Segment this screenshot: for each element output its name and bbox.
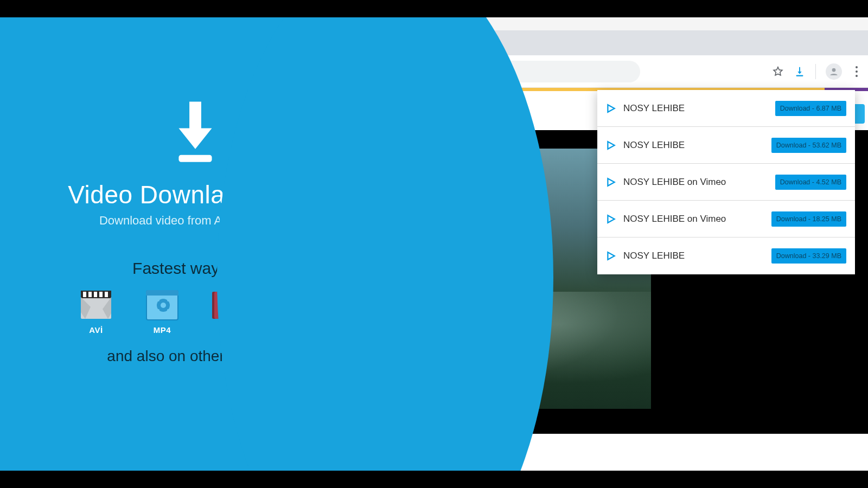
svg-rect-6 xyxy=(99,292,103,297)
format-mp4: MP4 xyxy=(145,290,179,335)
play-icon xyxy=(606,104,616,113)
download-extension-icon[interactable] xyxy=(794,66,806,78)
avi-icon xyxy=(79,290,113,321)
play-icon xyxy=(606,214,616,224)
svg-rect-20 xyxy=(796,75,803,76)
play-icon xyxy=(606,177,616,187)
popup-item-title: NOSY LEHIBE xyxy=(623,103,768,114)
popup-item-title: NOSY LEHIBE xyxy=(623,140,764,151)
popup-download-button[interactable]: Download - 18.25 MB xyxy=(771,211,846,227)
popup-item: NOSY LEHIBE on Vimeo Download - 4.52 MB xyxy=(597,164,855,201)
profile-avatar-icon[interactable] xyxy=(826,63,842,80)
popup-download-button[interactable]: Download - 53.62 MB xyxy=(771,138,846,153)
format-mp4-label: MP4 xyxy=(145,325,179,335)
play-icon xyxy=(606,140,616,150)
omnibar-actions xyxy=(772,55,861,88)
menu-kebab-icon[interactable] xyxy=(852,66,861,77)
curve-overlay xyxy=(217,17,553,471)
popup-download-button[interactable]: Download - 4.52 MB xyxy=(775,175,846,190)
popup-item-title: NOSY LEHIBE xyxy=(623,251,764,261)
popup-item-title: NOSY LEHIBE on Vimeo xyxy=(623,214,764,224)
popup-download-button[interactable]: Download - 6.87 MB xyxy=(775,101,846,116)
browser-mock: SY LEHIBE on × + .com/363557083 xyxy=(369,17,868,471)
popup-item: NOSY LEHIBE Download - 6.87 MB xyxy=(597,90,855,127)
svg-point-21 xyxy=(832,68,836,72)
popup-download-button[interactable]: Download - 33.29 MB xyxy=(771,248,846,264)
separator xyxy=(815,64,816,79)
svg-rect-3 xyxy=(83,292,86,297)
format-avi: AVİ xyxy=(79,290,113,335)
popup-item: NOSY LEHIBE Download - 33.29 MB xyxy=(597,237,855,274)
popup-item: NOSY LEHIBE on Vimeo Download - 18.25 MB xyxy=(597,201,855,237)
mp4-icon xyxy=(145,290,179,321)
format-avi-label: AVİ xyxy=(79,325,113,335)
download-logo-icon xyxy=(165,99,225,164)
app-stage: Video Downlaoder Pro Download video from… xyxy=(0,17,868,471)
svg-rect-7 xyxy=(105,292,108,297)
popup-item-title: NOSY LEHIBE on Vimeo xyxy=(623,177,768,188)
play-icon xyxy=(606,251,616,261)
bookmark-star-icon[interactable] xyxy=(772,66,784,78)
svg-rect-5 xyxy=(94,292,97,297)
popup-item: NOSY LEHIBE Download - 53.62 MB xyxy=(597,127,855,164)
extension-popup: NOSY LEHIBE Download - 6.87 MB NOSY LEHI… xyxy=(597,90,855,274)
svg-rect-0 xyxy=(178,155,212,162)
svg-rect-4 xyxy=(88,292,92,297)
